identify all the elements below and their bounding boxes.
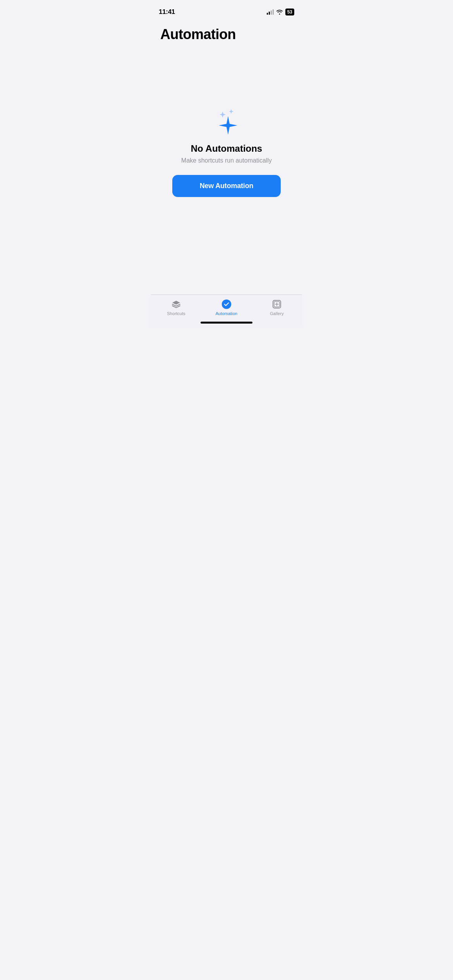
- empty-state: No Automations Make shortcuts run automa…: [160, 105, 293, 197]
- battery-level: 53: [287, 9, 292, 15]
- svg-point-0: [222, 300, 232, 309]
- status-bar: 11:41 53: [151, 0, 302, 19]
- main-content: Automation No Automations Make shortcuts…: [151, 19, 302, 197]
- status-time: 11:41: [159, 8, 175, 16]
- empty-state-subtitle: Make shortcuts run automatically: [181, 157, 272, 164]
- page-title: Automation: [160, 26, 293, 43]
- status-icons: 53: [267, 9, 294, 15]
- battery-icon: 53: [285, 9, 294, 15]
- tab-gallery[interactable]: Gallery: [252, 299, 302, 316]
- shortcuts-icon: [171, 299, 182, 310]
- tab-automation[interactable]: Automation: [201, 299, 252, 316]
- sparkle-icon: [211, 105, 242, 135]
- gallery-icon: [271, 299, 282, 310]
- shortcuts-tab-label: Shortcuts: [167, 311, 185, 316]
- home-indicator: [201, 322, 252, 324]
- empty-state-title: No Automations: [191, 143, 262, 154]
- automation-icon: [221, 299, 232, 310]
- new-automation-button[interactable]: New Automation: [172, 175, 281, 197]
- wifi-icon: [276, 9, 283, 15]
- signal-icon: [267, 9, 274, 15]
- automation-tab-label: Automation: [216, 311, 238, 316]
- tab-shortcuts[interactable]: Shortcuts: [151, 299, 201, 316]
- gallery-tab-label: Gallery: [270, 311, 284, 316]
